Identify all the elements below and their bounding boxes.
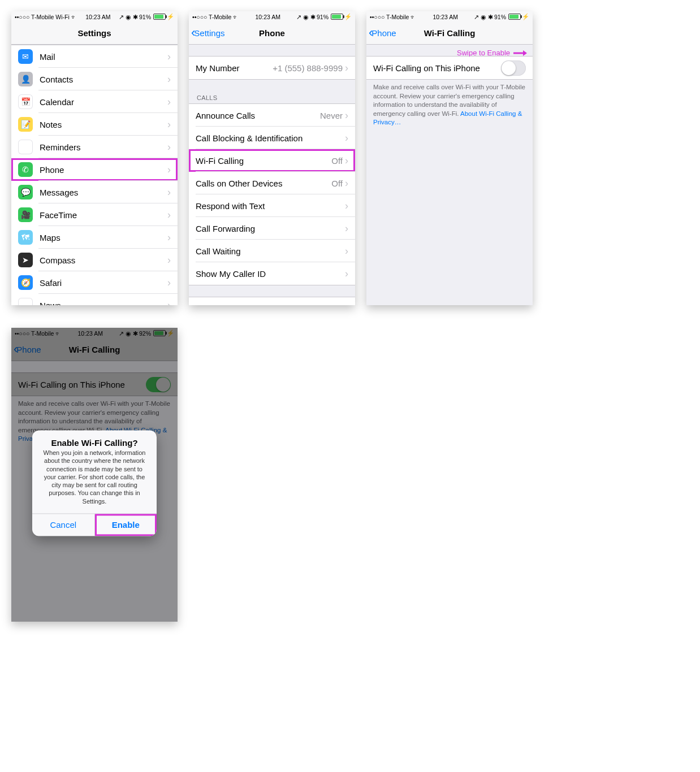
- row-label: Reminders: [40, 142, 167, 152]
- row-label: Respond with Text: [196, 201, 345, 211]
- status-indicator-icons: ↗ ◉ ✱: [474, 14, 493, 20]
- settings-row-facetime[interactable]: 🎥FaceTime›: [11, 203, 178, 226]
- row-label: Mail: [40, 52, 167, 62]
- row-label: Calls on Other Devices: [196, 179, 331, 188]
- row-label: Announce Calls: [196, 111, 320, 120]
- status-battery-pct: 91%: [494, 14, 506, 20]
- messages-icon: 💬: [18, 185, 33, 199]
- screen-phone: ••○○○ T-Mobile ᯤ 10:23 AM ↗ ◉ ✱ 91% ⚡ ‹ …: [189, 11, 355, 305]
- row-label: Call Forwarding: [196, 224, 345, 233]
- phone-icon: ✆: [18, 162, 33, 177]
- news-icon: N: [18, 298, 33, 305]
- phone-row-call-blocking-identification[interactable]: Call Blocking & Identification›: [189, 127, 355, 149]
- safari-icon: 🧭: [18, 275, 33, 290]
- settings-row-contacts[interactable]: 👤Contacts›: [11, 68, 178, 90]
- calendar-icon: 📅: [18, 94, 33, 109]
- row-label: Compass: [40, 255, 167, 265]
- my-number-value: +1 (555) 888-9999: [273, 63, 343, 73]
- phone-row-wi-fi-calling[interactable]: Wi-Fi CallingOff›: [189, 149, 355, 172]
- chevron-right-icon: ›: [345, 223, 348, 235]
- row-label: Safari: [40, 278, 167, 288]
- back-label: Settings: [194, 28, 224, 38]
- chevron-right-icon: ›: [167, 96, 171, 108]
- chevron-right-icon: ›: [167, 164, 171, 176]
- status-carrier: ••○○○ T-Mobile Wi-Fi ᯤ: [15, 14, 77, 20]
- screen-settings: ••○○○ T-Mobile Wi-Fi ᯤ 10:23 AM ↗ ◉ ✱ 91…: [11, 11, 178, 305]
- phone-list[interactable]: My Number +1 (555) 888-9999 › CALLS Anno…: [189, 45, 355, 305]
- alert-title: Enable Wi-Fi Calling?: [32, 430, 157, 449]
- status-battery-pct: 91%: [139, 14, 151, 20]
- page-title: Wi-Fi Calling: [424, 28, 476, 38]
- settings-row-phone[interactable]: ✆Phone›: [11, 158, 178, 181]
- phone-row-respond-with-text[interactable]: Respond with Text›: [189, 194, 355, 217]
- status-bar: ••○○○ T-Mobile Wi-Fi ᯤ 10:23 AM ↗ ◉ ✱ 91…: [11, 11, 178, 21]
- status-carrier: ••○○○ T-Mobile ᯤ: [192, 14, 239, 20]
- chevron-right-icon: ›: [345, 132, 348, 144]
- charging-icon: ⚡: [344, 13, 352, 20]
- battery-icon: [508, 14, 521, 20]
- alert-enable-button[interactable]: Enable: [95, 514, 157, 536]
- alert-enable-wifi-calling: Enable Wi-Fi Calling? When you join a ne…: [32, 430, 157, 536]
- chevron-right-icon: ›: [167, 73, 171, 85]
- maps-icon: 🗺: [18, 230, 33, 245]
- phone-row-call-waiting[interactable]: Call Waiting›: [189, 240, 355, 262]
- back-button[interactable]: ‹ Phone: [369, 21, 396, 44]
- row-wifi-toggle[interactable]: Wi-Fi Calling on This iPhone: [366, 57, 533, 79]
- status-right: ↗ ◉ ✱ 91% ⚡: [119, 13, 174, 20]
- navbar: ‹ Settings Phone: [189, 21, 355, 45]
- wifi-toggle-switch[interactable]: [501, 60, 526, 76]
- settings-row-messages[interactable]: 💬Messages›: [11, 181, 178, 203]
- swipe-hint: Swipe to Enable: [457, 49, 527, 57]
- row-label: Phone: [40, 165, 167, 175]
- arrow-right-icon: [513, 50, 527, 56]
- facetime-icon: 🎥: [18, 207, 33, 222]
- settings-row-news[interactable]: NNews›: [11, 294, 178, 305]
- phone-row-show-my-caller-id[interactable]: Show My Caller ID›: [189, 262, 355, 285]
- row-my-number[interactable]: My Number +1 (555) 888-9999 ›: [189, 57, 355, 79]
- chevron-right-icon: ›: [345, 245, 348, 257]
- phone-row-calls-on-other-devices[interactable]: Calls on Other DevicesOff›: [189, 172, 355, 194]
- alert-cancel-button[interactable]: Cancel: [32, 514, 95, 536]
- status-time: 10:23 AM: [256, 14, 280, 20]
- status-carrier: ••○○○ T-Mobile ᯤ: [370, 14, 417, 20]
- row-label: FaceTime: [40, 210, 167, 220]
- settings-row-mail[interactable]: ✉Mail›: [11, 45, 178, 68]
- my-number-label: My Number: [196, 63, 273, 73]
- navbar: ‹ Phone Wi-Fi Calling: [366, 21, 533, 45]
- row-voicemail-password[interactable]: Change Voicemail Password: [189, 297, 355, 305]
- phone-row-call-forwarding[interactable]: Call Forwarding›: [189, 217, 355, 240]
- navbar: Settings: [11, 21, 178, 45]
- chevron-right-icon: ›: [167, 232, 171, 244]
- settings-row-calendar[interactable]: 📅Calendar›: [11, 90, 178, 113]
- status-bar: ••○○○ T-Mobile ᯤ 10:23 AM ↗ ◉ ✱ 91% ⚡: [366, 11, 533, 21]
- wifi-toggle-label: Wi-Fi Calling on This iPhone: [373, 63, 501, 73]
- wifi-footer-note: Make and receive calls over Wi-Fi with y…: [366, 80, 533, 131]
- page-title: Phone: [259, 28, 285, 38]
- settings-row-reminders[interactable]: ☑Reminders›: [11, 136, 178, 158]
- chevron-right-icon: ›: [345, 62, 348, 74]
- screen-wifi-calling-off: ••○○○ T-Mobile ᯤ 10:23 AM ↗ ◉ ✱ 91% ⚡ ‹ …: [366, 11, 533, 305]
- status-indicator-icons: ↗ ◉ ✱: [119, 14, 138, 20]
- phone-row-announce-calls[interactable]: Announce CallsNever›: [189, 104, 355, 127]
- svg-marker-1: [523, 50, 527, 56]
- settings-row-compass[interactable]: ➤Compass›: [11, 249, 178, 271]
- section-header-calls: CALLS: [189, 91, 355, 103]
- chevron-right-icon: ›: [167, 300, 171, 306]
- swipe-hint-label: Swipe to Enable: [457, 49, 510, 57]
- alert-message: When you join a network, information abo…: [32, 449, 157, 513]
- settings-list[interactable]: ✉Mail›👤Contacts›📅Calendar›📝Notes›☑Remind…: [11, 45, 178, 305]
- chevron-right-icon: ›: [345, 200, 348, 212]
- battery-icon: [331, 14, 343, 20]
- settings-row-notes[interactable]: 📝Notes›: [11, 113, 178, 136]
- compass-icon: ➤: [18, 253, 33, 267]
- page-title: Settings: [77, 28, 111, 38]
- settings-row-safari[interactable]: 🧭Safari›: [11, 271, 178, 294]
- chevron-right-icon: ›: [167, 141, 171, 153]
- row-label: News: [40, 301, 167, 306]
- back-button[interactable]: ‹ Settings: [191, 21, 225, 44]
- settings-row-maps[interactable]: 🗺Maps›: [11, 226, 178, 249]
- row-label: Wi-Fi Calling: [196, 156, 331, 166]
- row-label: Contacts: [40, 75, 167, 84]
- chevron-right-icon: ›: [167, 277, 171, 289]
- row-value: Off: [331, 179, 343, 188]
